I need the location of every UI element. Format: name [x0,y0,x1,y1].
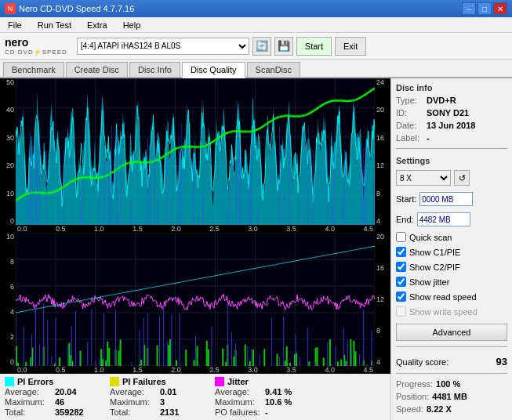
advanced-button[interactable]: Advanced [396,324,507,341]
pi-errors-max-label: Maximum: [5,397,52,407]
pi-failures-label: PI Failures [122,377,166,386]
disc-type-row: Type: DVD+R [396,96,507,105]
speed-status-row: Speed: 8.22 X [396,404,507,414]
quick-scan-label: Quick scan [409,233,452,242]
speed-status-value: 8.22 X [427,404,452,414]
speed-selector[interactable]: 8 X 4 X 6 X 12 X 16 X MAX [396,170,451,186]
pi-failures-color [110,377,119,386]
legend-pi-errors: PI Errors Average: 20.04 Maximum: 46 Tot… [5,377,94,417]
top-chart-y-right: 2420161284 [375,78,390,225]
save-button[interactable]: 💾 [274,37,293,56]
jitter-avg-value: 9.41 % [265,387,304,396]
menu-run-test[interactable]: Run Test [33,19,76,31]
tab-benchmark[interactable]: Benchmark [3,62,64,77]
show-c2-pif-checkbox[interactable] [396,262,406,272]
divider-3 [396,373,507,374]
disc-type-label: Type: [396,96,423,105]
pi-failures-max-label: Maximum: [110,397,157,407]
pi-failures-total-label: Total: [110,407,157,417]
pi-errors-avg-value: 20.04 [55,387,94,396]
start-mb-label: Start: [396,194,416,204]
top-chart-y-left: 50403020100 [0,78,16,225]
start-mb-input[interactable] [419,192,473,206]
disc-type-value: DVD+R [427,96,456,105]
maximize-button[interactable]: □ [478,2,492,15]
toolbar: nero CD·DVD⚡SPEED [4:4] ATAPI iHAS124 B … [0,33,512,60]
pi-errors-total-value: 359282 [55,407,94,417]
end-mb-input[interactable] [417,212,470,226]
show-c2-pif-label: Show C2/PIF [409,262,460,272]
divider-2 [396,346,507,347]
show-read-speed-checkbox[interactable] [396,291,406,302]
pi-errors-avg-label: Average: [5,387,52,396]
show-jitter-checkbox[interactable] [396,277,406,287]
pi-errors-total-label: Total: [5,407,52,417]
right-panel: Disc info Type: DVD+R ID: SONY D21 Date:… [390,78,512,420]
position-value: 4481 MB [432,392,467,401]
show-read-speed-label: Show read speed [409,292,477,302]
disc-info-title: Disc info [396,83,507,92]
c1-pie-row: Show C1/PIE [396,247,507,257]
title-bar-controls[interactable]: – □ ✕ [462,2,507,15]
disc-date-value: 13 Jun 2018 [427,121,475,130]
quality-score: 93 [496,356,507,368]
position-label: Position: [396,392,429,401]
menu-extra[interactable]: Extra [82,19,112,31]
exit-button[interactable]: Exit [335,37,366,56]
tab-disc-quality[interactable]: Disc Quality [182,62,245,78]
disc-date-label: Date: [396,121,423,130]
start-button[interactable]: Start [296,37,332,56]
close-button[interactable]: ✕ [493,2,507,15]
drive-selector[interactable]: [4:4] ATAPI iHAS124 B AL0S [77,38,249,55]
bottom-chart-container: 1086420 20161284 [0,233,390,366]
c2-pif-row: Show C2/PIF [396,262,507,272]
pi-errors-color [5,377,14,386]
app-icon: N [5,3,16,14]
top-chart-x-axis: 0.00.51.01.52.02.53.03.54.04.5 [0,225,390,233]
menu-help[interactable]: Help [118,19,146,31]
disc-label-value: - [427,133,430,143]
reload-icon-button[interactable]: ↺ [454,170,470,186]
pi-failures-max-value: 3 [160,397,199,407]
refresh-button[interactable]: 🔄 [252,37,271,56]
nero-logo-subtitle: CD·DVD⚡SPEED [5,49,67,56]
minimize-button[interactable]: – [462,2,476,15]
jitter-po-value: - [265,407,304,417]
title-bar-left: N Nero CD-DVD Speed 4.7.7.16 [5,3,134,14]
disc-id-value: SONY D21 [427,108,469,118]
pi-failures-avg-value: 0.01 [160,387,199,396]
menu-file[interactable]: File [3,19,27,31]
quick-scan-checkbox[interactable] [396,232,406,242]
bottom-chart-canvas [16,233,375,366]
tab-disc-info[interactable]: Disc Info [129,62,180,77]
bottom-chart-y-right: 20161284 [375,233,390,366]
jitter-max-value: 10.6 % [265,397,304,407]
show-c1-pie-label: Show C1/PIE [409,248,460,257]
speed-row: 8 X 4 X 6 X 12 X 16 X MAX ↺ [396,170,507,186]
nero-logo-text: nero [5,36,67,49]
end-mb-row: End: [396,212,507,226]
legend-jitter: Jitter Average: 9.41 % Maximum: 10.6 % P… [215,377,304,417]
pi-failures-total-value: 2131 [160,407,199,417]
speed-status-label: Speed: [396,404,423,414]
title-bar: N Nero CD-DVD Speed 4.7.7.16 – □ ✕ [0,0,512,17]
read-speed-row: Show read speed [396,291,507,302]
jitter-max-label: Maximum: [215,397,262,407]
top-chart-area: 50403020100 2420161284 0.00.51.01.52.02.… [0,78,390,233]
show-write-speed-checkbox[interactable] [396,306,406,317]
tab-scandisc[interactable]: ScanDisc [247,62,300,77]
bottom-chart-y-left: 1086420 [0,233,16,366]
tab-create-disc[interactable]: Create Disc [66,62,128,77]
jitter-po-label: PO failures: [215,407,262,417]
disc-date-row: Date: 13 Jun 2018 [396,121,507,130]
disc-id-label: ID: [396,108,423,118]
nero-logo: nero CD·DVD⚡SPEED [5,36,67,56]
position-row: Position: 4481 MB [396,392,507,401]
tab-bar: Benchmark Create Disc Disc Info Disc Qua… [0,60,512,78]
progress-label: Progress: [396,379,433,389]
start-mb-row: Start: [396,192,507,206]
show-c1-pie-checkbox[interactable] [396,247,406,257]
bottom-chart-area: 1086420 20161284 0.00.51.01.52.02.53.03.… [0,233,390,374]
jitter-avg-label: Average: [215,387,262,396]
settings-title: Settings [396,156,507,165]
